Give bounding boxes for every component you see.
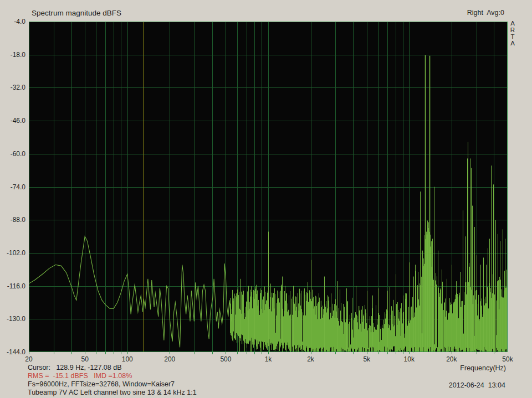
arta-logo-letter: R: [509, 27, 516, 33]
y-tick-label: -144.0: [1, 348, 25, 356]
cursor-readout: Cursor: 128.9 Hz, -127.08 dB: [28, 364, 122, 371]
y-tick-label: -88.0: [1, 216, 25, 224]
y-tick-label: -18.0: [1, 51, 25, 59]
y-tick-label: -102.0: [1, 249, 25, 257]
x-tick-label: 50k: [494, 355, 521, 363]
y-tick-label: -46.0: [1, 117, 25, 125]
datetime-label: 2012-06-24 13:04: [449, 381, 505, 389]
x-tick-label: 100: [114, 355, 141, 363]
x-tick-label: 20: [15, 355, 43, 363]
x-tick-label: 5k: [353, 355, 381, 363]
y-tick-label: -32.0: [1, 84, 25, 91]
x-tick-label: 500: [212, 355, 239, 363]
arta-spectrum-window: Spectrum magnitude dBFS Right Avg:0 ARTA…: [0, 0, 532, 398]
channel-average-label: Right Avg:0: [467, 9, 504, 17]
y-tick-label: -130.0: [1, 315, 25, 323]
x-tick-label: 10k: [395, 355, 423, 363]
x-axis-title: Frequency(Hz): [460, 364, 506, 372]
y-tick-label: -74.0: [1, 183, 25, 191]
arta-logo-letter: A: [509, 20, 516, 27]
x-tick-label: 2k: [297, 355, 325, 363]
rms-imd-readout: RMS = -15.1 dBFS IMD =1.08%: [28, 372, 132, 380]
spectrum-plot-canvas[interactable]: [29, 22, 508, 355]
y-tick-label: -60.0: [1, 150, 25, 158]
y-tick-label: -116.0: [1, 282, 25, 290]
x-tick-label: 1k: [254, 355, 282, 363]
arta-logo-letter: T: [509, 33, 516, 40]
arta-logo-letter: A: [509, 40, 516, 46]
plot-title: Spectrum magnitude dBFS: [32, 9, 121, 17]
fft-settings-readout: Fs=96000Hz, FFTsize=32768, Window=Kaiser…: [28, 380, 175, 388]
x-tick-label: 20k: [438, 355, 466, 363]
x-tick-label: 200: [156, 355, 183, 363]
x-tick-label: 50: [71, 355, 99, 363]
y-tick-label: -4.0: [1, 18, 25, 25]
measurement-note: Tubeamp 7V AC Left channel two sine 13 &…: [28, 389, 197, 396]
arta-logo: ARTA: [509, 20, 516, 46]
